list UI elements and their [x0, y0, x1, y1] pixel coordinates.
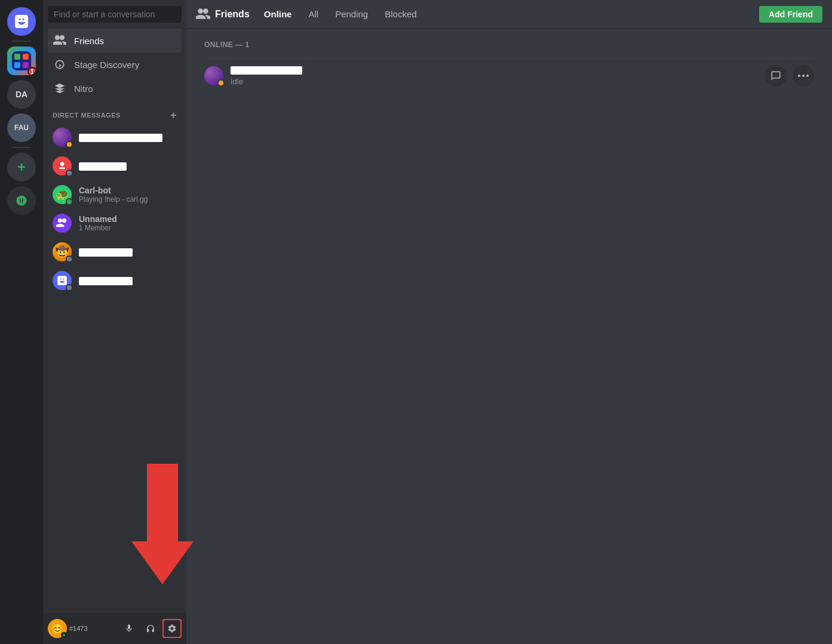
header-online-tab[interactable]: Online	[257, 7, 299, 21]
dm-status-4: 1 Member	[79, 224, 177, 232]
stage-discovery-label: Stage Discovery	[74, 60, 139, 70]
svg-rect-3	[14, 62, 20, 68]
settings-button[interactable]	[162, 619, 182, 638]
user-avatar: 😊	[48, 619, 67, 638]
svg-point-8	[806, 75, 809, 77]
dm-avatar-6	[53, 271, 72, 290]
svg-point-7	[802, 75, 805, 77]
dm-avatar-5: 🤠	[53, 242, 72, 261]
search-placeholder: Find or start a conversation	[54, 10, 155, 19]
header-pending-tab[interactable]: Pending	[328, 7, 375, 21]
friends-content: ONLINE — 1 Idle	[186, 29, 832, 644]
dm-name-6	[79, 276, 177, 285]
dm-sidebar: Find or start a conversation Friends Sta…	[43, 0, 186, 644]
dm-name-redacted-5	[79, 248, 133, 257]
dm-avatar-2	[53, 156, 72, 175]
dm-name-redacted-1	[79, 134, 162, 142]
add-friend-button[interactable]: Add Friend	[759, 6, 822, 23]
da-server-icon[interactable]: DA	[7, 80, 36, 109]
friend-info-1: Idle	[231, 66, 765, 86]
dm-info-5	[79, 247, 177, 257]
header-blocked-tab[interactable]: Blocked	[377, 7, 423, 21]
dm-info-1	[79, 133, 177, 142]
fau-server-icon[interactable]: FAU	[7, 113, 36, 142]
dm-avatar-1	[53, 128, 72, 147]
dm-avatar-img-4	[53, 214, 72, 233]
dm-name-4: Unnamed	[79, 214, 177, 224]
dm-avatar-3: 🐢	[53, 185, 72, 204]
explore-public-servers-button[interactable]	[7, 186, 36, 215]
dm-name-redacted-2	[79, 162, 127, 171]
server-divider-2	[12, 147, 31, 148]
dm-status-dot-3	[66, 198, 73, 205]
stage-discovery-nav-item[interactable]: Stage Discovery	[48, 53, 182, 76]
dm-list: 🐢 Carl-bot Playing !help - carl.gg Unnam…	[43, 123, 186, 613]
user-tag: #1473	[69, 625, 117, 632]
add-server-button[interactable]: +	[7, 153, 36, 181]
dm-name-5	[79, 247, 177, 257]
bluestack-notification-badge: 1	[27, 67, 36, 75]
dm-status-dot-1	[66, 141, 73, 148]
dm-item-6[interactable]	[48, 266, 182, 295]
svg-rect-4	[23, 62, 29, 68]
user-online-indicator	[61, 632, 67, 638]
user-info: #1473	[69, 625, 117, 632]
dm-status-dot-5	[66, 255, 73, 263]
dm-info-4: Unnamed 1 Member	[79, 214, 177, 232]
sidebar-nav: Friends Stage Discovery Nitro	[43, 29, 186, 100]
dm-info-2	[79, 161, 177, 171]
server-sidebar: 1 DA FAU +	[0, 0, 43, 644]
friend-avatar-1	[204, 66, 223, 85]
online-section-header: ONLINE — 1	[204, 41, 814, 49]
friends-header-icon	[196, 7, 210, 21]
nitro-label: Nitro	[74, 84, 93, 94]
svg-point-6	[798, 75, 800, 77]
dm-section-header: DIRECT MESSAGES +	[43, 100, 186, 123]
friend-status-dot-1	[217, 79, 225, 87]
headset-button[interactable]	[141, 619, 160, 638]
dm-item-3[interactable]: 🐢 Carl-bot Playing !help - carl.gg	[48, 180, 182, 209]
dm-status-dot-6	[66, 284, 73, 291]
search-bar[interactable]: Find or start a conversation	[48, 6, 182, 23]
dm-name-1	[79, 133, 177, 142]
main-content: Friends Online All Pending Blocked Add F…	[186, 0, 832, 644]
nitro-icon	[53, 81, 67, 95]
friend-name-redacted-1	[231, 66, 302, 75]
dm-section-label: DIRECT MESSAGES	[53, 112, 121, 119]
dm-name-2	[79, 161, 177, 171]
header-all-tab[interactable]: All	[301, 7, 326, 21]
friends-nav-icon	[53, 33, 67, 48]
stage-discovery-icon	[53, 57, 67, 72]
svg-rect-1	[14, 54, 20, 60]
svg-point-5	[60, 162, 65, 166]
dm-item-4[interactable]: Unnamed 1 Member	[48, 209, 182, 238]
server-divider-1	[12, 41, 31, 42]
dm-info-3: Carl-bot Playing !help - carl.gg	[79, 186, 177, 204]
friend-status-text-1: Idle	[231, 77, 765, 86]
discord-home-button[interactable]	[7, 7, 36, 36]
svg-rect-2	[23, 54, 29, 60]
user-controls	[119, 619, 182, 638]
friend-message-button[interactable]	[765, 65, 787, 87]
friend-actions-1	[765, 65, 814, 87]
dm-status-dot-2	[66, 170, 73, 177]
bluestack-server-icon[interactable]: 1	[7, 47, 36, 75]
user-area: 😊 #1473	[43, 613, 186, 644]
friend-row-1[interactable]: Idle	[204, 58, 814, 93]
dm-item-5[interactable]: 🤠	[48, 238, 182, 266]
friends-nav-label: Friends	[74, 36, 104, 46]
header-title: Friends	[215, 9, 250, 20]
dm-item-1[interactable]	[48, 123, 182, 152]
add-dm-button[interactable]: +	[170, 110, 177, 121]
dm-name-3: Carl-bot	[79, 186, 177, 195]
main-header: Friends Online All Pending Blocked Add F…	[186, 0, 832, 29]
microphone-button[interactable]	[119, 619, 139, 638]
friends-nav-item[interactable]: Friends	[48, 29, 182, 53]
dm-avatar-4	[53, 214, 72, 233]
dm-status-3: Playing !help - carl.gg	[79, 195, 177, 204]
nitro-nav-item[interactable]: Nitro	[48, 76, 182, 100]
dm-name-redacted-6	[79, 277, 133, 285]
dm-info-6	[79, 276, 177, 285]
friend-more-button[interactable]	[793, 65, 814, 87]
dm-item-2[interactable]	[48, 152, 182, 180]
